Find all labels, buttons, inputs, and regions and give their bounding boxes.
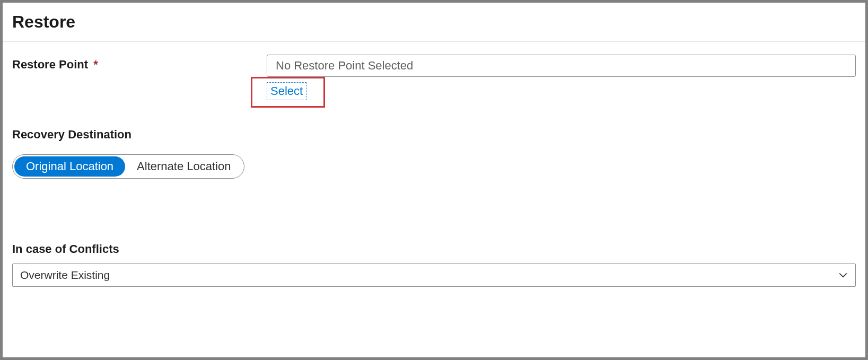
restore-point-row: Restore Point *: [12, 55, 856, 77]
recovery-destination-label: Recovery Destination: [12, 128, 856, 142]
conflicts-section: In case of Conflicts Overwrite Existing: [12, 242, 856, 287]
restore-point-label-text: Restore Point: [12, 58, 88, 71]
divider: [3, 41, 865, 42]
conflicts-dropdown[interactable]: Overwrite Existing: [12, 264, 856, 287]
recovery-destination-toggle: Original Location Alternate Location: [12, 154, 244, 179]
conflicts-label: In case of Conflicts: [12, 242, 856, 256]
conflicts-selected-text: Overwrite Existing: [20, 269, 110, 282]
select-link-wrap: Select: [267, 80, 336, 112]
chevron-down-icon: [838, 270, 848, 280]
restore-point-field: [267, 55, 856, 77]
restore-point-input[interactable]: [267, 55, 856, 77]
page-title: Restore: [12, 12, 856, 32]
select-restore-point-link[interactable]: Select: [267, 82, 306, 100]
original-location-option[interactable]: Original Location: [14, 156, 125, 177]
alternate-location-option[interactable]: Alternate Location: [125, 156, 242, 177]
required-indicator: *: [93, 58, 98, 71]
restore-point-label: Restore Point *: [12, 55, 267, 72]
